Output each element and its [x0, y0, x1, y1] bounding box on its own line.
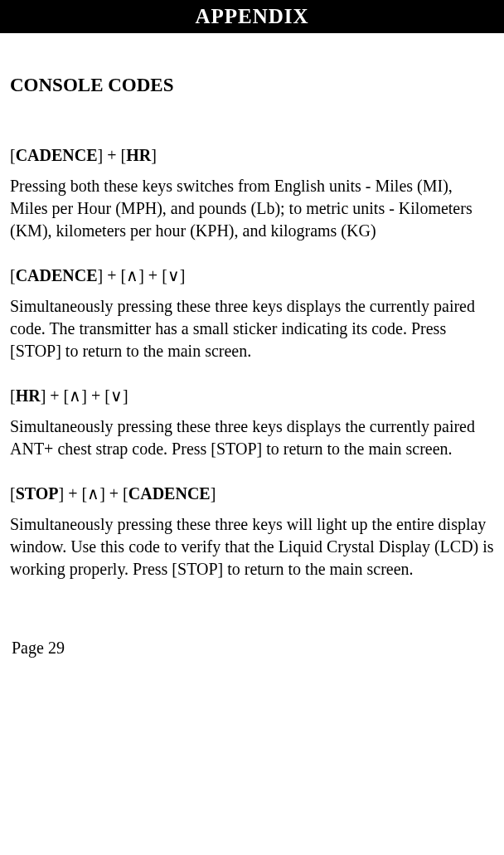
page-content: CONSOLE CODES [CADENCE] + [HR] Pressing … [0, 33, 504, 666]
code-body-2: Simultaneously pressing these three keys… [10, 415, 494, 460]
code-body-1: Simultaneously pressing these three keys… [10, 295, 494, 362]
code-heading-2: [HR] + [∧] + [∨] [10, 386, 494, 406]
code-body-3: Simultaneously pressing these three keys… [10, 513, 494, 581]
code-heading-1: [CADENCE] + [∧] + [∨] [10, 265, 494, 285]
appendix-header: APPENDIX [0, 0, 504, 33]
page-number: Page 29 [12, 639, 494, 666]
code-heading-3: [STOP] + [∧] + [CADENCE] [10, 483, 494, 503]
code-heading-0: [CADENCE] + [HR] [10, 146, 494, 165]
section-title: CONSOLE CODES [10, 75, 494, 96]
code-body-0: Pressing both these keys switches from E… [10, 175, 494, 242]
